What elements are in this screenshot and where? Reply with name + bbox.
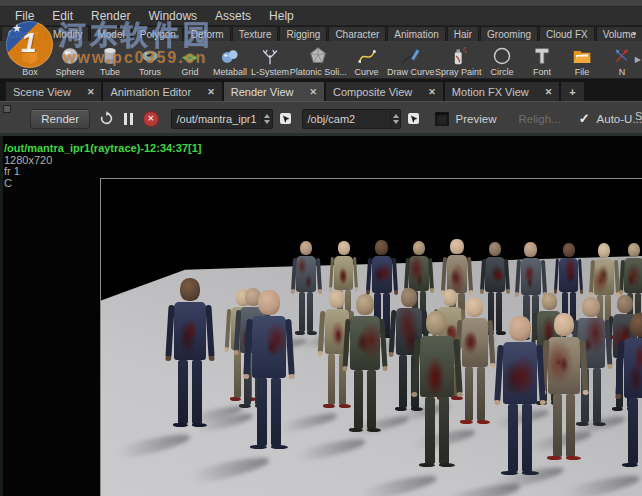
zombie-torso bbox=[521, 258, 542, 295]
menu-help[interactable]: Help bbox=[260, 7, 303, 25]
pane-tab-render-view[interactable]: Render View✕ bbox=[224, 82, 324, 101]
pause-render-icon[interactable] bbox=[124, 113, 133, 125]
lsystem-icon bbox=[259, 46, 281, 67]
re-render-icon[interactable] bbox=[99, 111, 114, 126]
rop-spinner[interactable] bbox=[262, 111, 272, 127]
zombie-head bbox=[617, 295, 633, 313]
shelf-tab-hair[interactable]: Hair bbox=[447, 26, 479, 41]
close-tab-icon[interactable]: ✕ bbox=[545, 87, 553, 97]
shelf-tab-deform[interactable]: Deform bbox=[184, 26, 231, 41]
render-resolution: 1280x720 bbox=[4, 155, 201, 167]
shelf-tab-polygon[interactable]: Polygon bbox=[133, 26, 183, 41]
zombie-legs bbox=[549, 394, 578, 457]
camera-path-field[interactable]: /obj/cam2 bbox=[302, 109, 402, 129]
close-tab-icon[interactable]: ✕ bbox=[207, 87, 215, 97]
menu-edit[interactable]: Edit bbox=[43, 7, 82, 25]
zombie-arm bbox=[541, 259, 547, 293]
zombie-legs bbox=[625, 398, 642, 464]
tool-label: Metaball bbox=[213, 67, 247, 77]
tool-torus[interactable]: Torus bbox=[130, 43, 170, 77]
pane-tab-composite-view[interactable]: Composite View✕ bbox=[326, 82, 443, 101]
tool-label: Circle bbox=[490, 67, 513, 77]
tool-sphere[interactable]: Sphere bbox=[50, 43, 90, 77]
menu-render[interactable]: Render bbox=[82, 7, 139, 25]
shelf-tab-texture[interactable]: Texture bbox=[232, 26, 279, 41]
render-viewport[interactable]: /out/mantra_ipr1(raytrace)-12:34:37[1] 1… bbox=[0, 133, 642, 496]
rop-path-field[interactable]: /out/mantra_ipr1 bbox=[171, 109, 273, 129]
stop-render-icon[interactable]: ✕ bbox=[143, 111, 158, 127]
zombie-torso bbox=[350, 316, 379, 369]
pane-tab-label: Animation Editor bbox=[110, 86, 191, 98]
zombie-arm bbox=[504, 258, 509, 290]
zombie-arm bbox=[615, 341, 624, 396]
tube-icon bbox=[99, 46, 121, 67]
tool-l-system[interactable]: L-System bbox=[250, 43, 290, 77]
rop-node-picker-icon[interactable] bbox=[279, 112, 293, 126]
shelf-tab-create[interactable]: Create bbox=[1, 26, 45, 41]
shelf-tab-rigging[interactable]: Rigging bbox=[279, 26, 327, 41]
shelf-scroll-right-icon[interactable]: ▶ bbox=[635, 55, 641, 64]
pane-handle[interactable] bbox=[3, 105, 11, 113]
shelf-tab-modify[interactable]: Modify bbox=[46, 26, 89, 41]
auto-update-checkbox[interactable]: ✓ bbox=[579, 111, 590, 126]
zombie-arm bbox=[353, 257, 358, 289]
menu-assets[interactable]: Assets bbox=[206, 7, 260, 25]
shelf-tab-character[interactable]: Character bbox=[328, 26, 386, 41]
box-icon bbox=[19, 46, 41, 67]
zombie-legs bbox=[297, 292, 316, 332]
zombie-feet bbox=[458, 420, 492, 424]
zombie-head bbox=[542, 293, 557, 310]
shelf-tab-animation[interactable]: Animation bbox=[387, 26, 445, 41]
render-frame: fr 1 bbox=[4, 166, 201, 178]
zombie-arm bbox=[578, 259, 583, 291]
render-button[interactable]: Render bbox=[30, 109, 90, 129]
zombie-head bbox=[466, 297, 483, 317]
zombie-arm bbox=[392, 257, 398, 291]
camera-spinner[interactable] bbox=[390, 111, 400, 127]
tool-file[interactable]: File bbox=[562, 43, 602, 77]
tool-draw-curve[interactable]: Draw Curve bbox=[387, 43, 435, 77]
zombie-feet bbox=[544, 456, 584, 460]
zombie-feet bbox=[416, 463, 458, 467]
pane-tab-scene-view[interactable]: Scene View✕ bbox=[6, 82, 101, 101]
camera-node-picker-icon[interactable] bbox=[407, 112, 421, 126]
preview-checkbox[interactable] bbox=[435, 112, 448, 126]
tool-metaball[interactable]: Metaball bbox=[210, 43, 250, 77]
tool-curve[interactable]: Curve bbox=[347, 43, 387, 77]
tool-font[interactable]: Font bbox=[522, 43, 562, 77]
zombie-arm bbox=[316, 258, 322, 291]
shelf-tab-cloud-fx[interactable]: Cloud FX bbox=[539, 26, 595, 41]
zombie-arm bbox=[614, 260, 620, 294]
tool-platonic-soli-[interactable]: Platonic Soli... bbox=[290, 43, 347, 77]
zombie-head bbox=[356, 294, 375, 315]
pane-tab-add[interactable]: + bbox=[561, 82, 583, 101]
pane-tab-animation-editor[interactable]: Animation Editor✕ bbox=[103, 82, 221, 101]
close-tab-icon[interactable]: ✕ bbox=[87, 87, 95, 97]
window-top-strip bbox=[0, 0, 642, 7]
close-tab-icon[interactable]: ✕ bbox=[428, 87, 436, 97]
houdini-window: FileEditRenderWindowsAssetsHelp CreateMo… bbox=[0, 0, 642, 496]
zombie-arm bbox=[428, 257, 433, 289]
file-icon bbox=[571, 46, 593, 67]
zombie-head bbox=[401, 288, 418, 307]
menu-file[interactable]: File bbox=[6, 7, 43, 25]
metaball-icon bbox=[219, 46, 241, 67]
shelf-tab-model[interactable]: Model bbox=[90, 26, 131, 41]
tool-tube[interactable]: Tube bbox=[90, 43, 130, 77]
tool-spray-paint[interactable]: Spray Paint bbox=[435, 43, 482, 77]
pane-tab-motion-fx-view[interactable]: Motion FX View✕ bbox=[445, 82, 559, 101]
zombie-torso bbox=[334, 256, 353, 291]
shelf-tab-grooming[interactable]: Grooming bbox=[480, 26, 538, 41]
zombie-legs bbox=[351, 370, 379, 429]
zombie-arm bbox=[579, 340, 588, 392]
preview-label[interactable]: Preview bbox=[456, 113, 497, 125]
close-tab-icon[interactable]: ✕ bbox=[309, 87, 317, 97]
rop-path-value: /out/mantra_ipr1 bbox=[172, 113, 262, 125]
clipped-toolbar-item[interactable]: S bbox=[635, 110, 642, 126]
tool-circle[interactable]: Circle bbox=[482, 43, 522, 77]
menu-windows[interactable]: Windows bbox=[139, 7, 206, 25]
tool-box[interactable]: Box bbox=[10, 43, 50, 77]
zombie-torso bbox=[420, 336, 453, 396]
shelf-overflow-icon[interactable]: ▼ bbox=[631, 31, 637, 38]
tool-grid[interactable]: Grid bbox=[170, 43, 210, 77]
